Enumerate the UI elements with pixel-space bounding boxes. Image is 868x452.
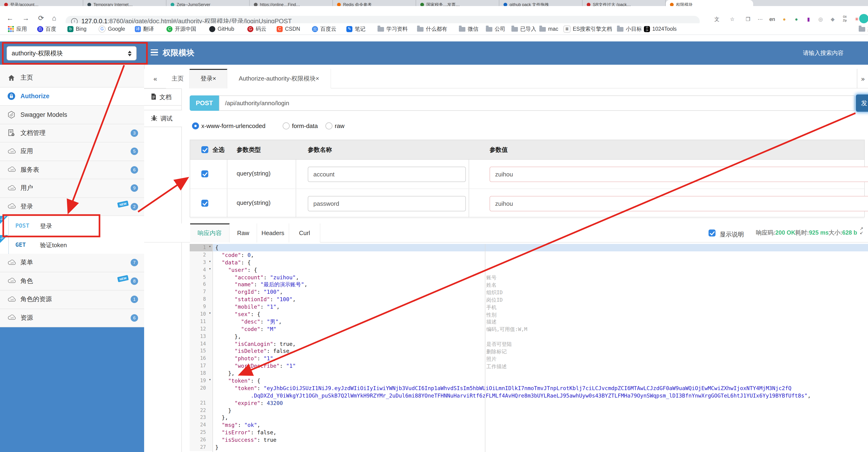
send-button[interactable]: 发	[856, 94, 868, 112]
bookmark-其[interactable]: 其	[859, 25, 868, 33]
ext-purple-icon[interactable]: ▮	[804, 15, 813, 23]
tabs-collapse-icon[interactable]: «	[151, 69, 160, 88]
param-value-input[interactable]: zuihou	[490, 196, 868, 211]
browser-tab-7[interactable]: SR文件过大 (pack…	[583, 0, 666, 6]
param-value-input[interactable]: zuihou	[490, 167, 868, 182]
bookmark-学习资料[interactable]: 学习资料	[377, 25, 408, 33]
ext-colorful-icon[interactable]: ●	[780, 15, 788, 23]
select-all-checkbox[interactable]	[201, 146, 208, 153]
sidebar-item-应用[interactable]: API应用5	[0, 142, 144, 161]
show-desc-checkbox[interactable]	[709, 229, 715, 236]
sidebar-item-Swagger Models[interactable]: Swagger Models	[0, 106, 144, 124]
bookmark-应用[interactable]: 应用	[8, 25, 27, 33]
sidebar-item-服务表[interactable]: API服务表6	[0, 161, 144, 179]
ext-globe-icon[interactable]: ●	[792, 15, 801, 23]
tabs-expand-icon[interactable]: »	[857, 69, 868, 88]
ext-ring-icon[interactable]: ◎	[816, 15, 825, 23]
fold-icon[interactable]: ▾	[209, 245, 211, 249]
fold-icon[interactable]: ▾	[209, 266, 211, 271]
sidebar-item-菜单[interactable]: API菜单7	[0, 254, 144, 272]
vtab-调试[interactable]: 调试	[144, 110, 182, 127]
browser-tab-2[interactable]: Zeta--JumpServer	[166, 0, 250, 6]
response-tab-Raw[interactable]: Raw	[230, 223, 257, 243]
bookmark-百度云[interactable]: 云百度云	[312, 25, 336, 33]
bookmark-ES搜索引擎文档[interactable]: ≣ES搜索引擎文档	[563, 25, 612, 33]
sidebar-item-主页[interactable]: 主页	[0, 69, 144, 87]
vtab-文档[interactable]: 文档	[144, 88, 182, 106]
back-icon[interactable]: ←	[6, 14, 13, 22]
sidebar-item-角色[interactable]: API角色NEW8	[0, 272, 144, 290]
forward-icon[interactable]: →	[22, 14, 29, 22]
bookmark-什么都有[interactable]: 什么都有	[417, 25, 447, 33]
search-input[interactable]: 请输入搜索内容	[803, 49, 844, 57]
module-select[interactable]: authority-权限模块	[6, 46, 137, 60]
browser-tab-5[interactable]: 国家税务…发票…	[416, 0, 499, 6]
code-text: "token": "eyJhbGciOiJSUzI1NiJ9.eyJzdWIiO…	[215, 385, 792, 392]
browser-tab-8[interactable]: 权限模块	[666, 0, 753, 6]
bookmark-小目标[interactable]: 小目标	[617, 25, 642, 33]
sidebar-item-资源[interactable]: API资源6	[0, 309, 144, 327]
browser-tab-4[interactable]: Redis 命令参考	[333, 0, 416, 6]
browser-tab-6[interactable]: github pack 文件拖拽	[499, 0, 583, 6]
bookmark-百度[interactable]: 百百度	[37, 25, 56, 33]
col-header-参数名称: 参数名称	[308, 140, 332, 160]
param-name-input[interactable]: account	[308, 167, 466, 182]
request-url-input[interactable]: /api/authority/anno/login	[219, 95, 855, 111]
row-checkbox[interactable]	[201, 200, 208, 207]
avatar[interactable]	[859, 14, 868, 22]
content-tab-登录[interactable]: 登录×	[190, 69, 227, 88]
gutter-cell: 24	[190, 422, 213, 429]
fold-icon[interactable]: ▾	[209, 377, 211, 382]
bookmark-码云[interactable]: G码云	[247, 25, 267, 33]
radio-raw[interactable]	[326, 122, 333, 130]
browser-tab-1[interactable]: Temporary Internet…	[83, 0, 166, 6]
sidebar-op-get-验证token[interactable]: NEWGET验证token	[0, 235, 144, 254]
line-number: 7	[203, 289, 206, 294]
bookmark-微信[interactable]: 微信	[459, 25, 478, 33]
response-tab-响应内容[interactable]: 响应内容	[190, 223, 230, 243]
sidebar-item-登录[interactable]: API登录NEW2	[0, 198, 144, 216]
ext-translate-en-icon[interactable]: en	[768, 15, 776, 23]
bookmark-CSDN[interactable]: CCSDN	[277, 25, 300, 33]
menu-toggle-icon[interactable]	[151, 49, 158, 55]
browser-tab-0[interactable]: 登录/account…	[0, 0, 83, 6]
ext-dots-icon[interactable]: ⋯	[756, 15, 764, 23]
browser-tab-3[interactable]: https://online…Find…	[250, 0, 333, 6]
bookmark-GitHub[interactable]: GitHub	[209, 25, 234, 33]
bookmark-已导入[interactable]: 已导入	[512, 25, 536, 33]
page-translate-icon[interactable]: 文A	[713, 15, 721, 23]
home-icon[interactable]: ⌂	[52, 14, 56, 22]
sidebar-item-角色的资源[interactable]: API角色的资源1	[0, 290, 144, 309]
response-tab-Curl[interactable]: Curl	[289, 223, 320, 243]
response-json-editor[interactable]: 1▾{2 "code": 0,3▾ "data": {4▾ "user": {5…	[190, 244, 868, 452]
reload-icon[interactable]: ⟳	[38, 14, 44, 22]
radio-x-www-form-urlencoded[interactable]	[192, 122, 199, 130]
sidebar-item-Authorize[interactable]: Authorize	[0, 87, 144, 106]
content-tab-主页[interactable]: 主页	[166, 69, 190, 88]
param-name-input[interactable]: password	[308, 196, 466, 211]
bookmark-Bing[interactable]: bBing	[67, 25, 87, 33]
bookmark-公司[interactable]: 公司	[486, 25, 505, 33]
fold-icon[interactable]: ▾	[209, 311, 211, 315]
bookmark-翻译[interactable]: 译翻译	[135, 25, 154, 33]
bookmark-Google[interactable]: GGoogle	[99, 25, 125, 33]
fold-icon[interactable]: ▾	[209, 259, 211, 263]
expand-icon[interactable]: ↗↙	[858, 227, 865, 236]
sidebar-item-文档管理[interactable]: 文档管理3	[0, 124, 144, 142]
svg-text:API: API	[10, 169, 14, 171]
sidebar-op-post-登录[interactable]: NEWPOST登录	[0, 216, 144, 235]
radio-form-data[interactable]	[283, 122, 290, 130]
bookmark-mac[interactable]: mac	[539, 25, 558, 33]
ext-gitzip-icon[interactable]: Git Zip	[841, 15, 849, 23]
content-tab-Authorize-authority-权限模块[interactable]: Authorize-authority-权限模块×	[227, 69, 331, 88]
row-checkbox[interactable]	[201, 170, 208, 177]
bookmark-开源中国[interactable]: C开源中国	[166, 25, 196, 33]
ext-shield-icon[interactable]: ◆	[829, 15, 837, 23]
bookmark-笔记[interactable]: ✎笔记	[346, 25, 365, 33]
response-tab-Headers[interactable]: Headers	[257, 223, 289, 243]
sidebar-item-用户[interactable]: API用户9	[0, 179, 144, 198]
bookmark-label: mac	[548, 26, 558, 32]
star-icon[interactable]: ☆	[728, 15, 737, 23]
ext-window-icon[interactable]: ❐	[744, 15, 752, 23]
bookmark-1024Tools[interactable]: 10241024Tools	[644, 25, 677, 33]
